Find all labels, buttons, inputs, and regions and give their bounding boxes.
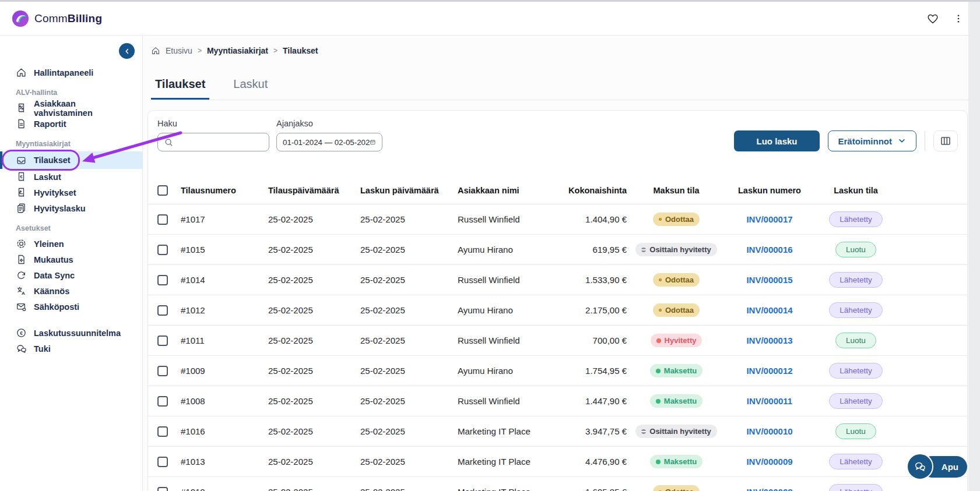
breadcrumb-separator-icon: > [273, 47, 278, 55]
sidebar-item-data-sync[interactable]: Data Sync [0, 267, 142, 283]
payment-status-badge: Odottaa [653, 213, 700, 226]
sidebar-item-hyvitykset[interactable]: Hyvitykset [0, 185, 142, 200]
sidebar-item-yleinen[interactable]: Yleinen [0, 236, 142, 252]
total-amount-cell: 1.754,95 € [563, 366, 627, 376]
table-row[interactable]: #101225-02-202525-02-2025Ayumu Hirano2.1… [148, 295, 967, 325]
customer-name-cell: Russell Winfield [458, 214, 563, 224]
total-amount-cell: 3.947,75 € [563, 426, 627, 436]
select-all-checkbox[interactable] [157, 185, 168, 196]
breadcrumb: Etusivu > Myyntiasiakirjat > Tilaukset [143, 36, 980, 55]
scrollbar-track[interactable] [968, 2, 980, 491]
action-buttons: Luo lasku Erätoiminnot [734, 130, 958, 151]
sidebar-item-raportit[interactable]: Raportit [0, 116, 142, 132]
payment-status-dot-icon [659, 278, 662, 281]
row-checkbox[interactable] [157, 366, 168, 376]
credit-note-icon [16, 203, 27, 214]
customer-name-cell: Ayumu Hirano [458, 305, 563, 315]
tab-laskut[interactable]: Laskut [229, 77, 272, 100]
batch-actions-button[interactable]: Erätoiminnot [828, 130, 917, 151]
row-checkbox[interactable] [157, 457, 168, 467]
sidebar-item-mukautus[interactable]: Mukautus [0, 252, 142, 267]
total-amount-cell: 4.476,90 € [563, 457, 627, 467]
table-row[interactable]: #101025-02-202525-02-2025Marketing IT Pl… [148, 476, 967, 491]
row-checkbox[interactable] [157, 245, 168, 255]
row-checkbox[interactable] [157, 396, 168, 407]
row-checkbox[interactable] [157, 426, 168, 437]
payment-status-label: Hyvitetty [665, 336, 697, 345]
customer-name-cell: Russell Winfield [458, 396, 563, 406]
invoice-number-link[interactable]: INV/000010 [746, 426, 792, 436]
table-row[interactable]: #100825-02-202525-02-2025Russell Winfiel… [148, 386, 967, 416]
breadcrumb-item-myyntiasiakirjat[interactable]: Myyntiasiakirjat [207, 46, 268, 55]
sidebar-section-title-asetukset: Asetukset [0, 216, 142, 236]
table-row[interactable]: #100925-02-202525-02-2025Ayumu Hirano1.7… [148, 355, 967, 386]
invoice-number-cell: INV/000011 [726, 396, 813, 406]
invoice-number-link[interactable]: INV/000014 [746, 305, 792, 315]
row-checkbox[interactable] [157, 305, 168, 316]
sidebar-item-tuki[interactable]: Tuki [0, 341, 142, 356]
sidebar-item-hyvityslasku[interactable]: Hyvityslasku [0, 200, 142, 216]
invoice-euro-icon: € [16, 171, 27, 182]
search-field: Haku [157, 119, 269, 151]
tab-tilaukset[interactable]: Tilaukset [151, 77, 209, 100]
order-number-cell: #1012 [181, 305, 268, 315]
row-checkbox[interactable] [157, 275, 168, 285]
row-checkbox[interactable] [157, 487, 168, 491]
table-row[interactable]: #101325-02-202525-02-2025Marketing IT Pl… [148, 446, 967, 476]
sidebar-item-tilaukset[interactable]: Tilaukset [0, 151, 142, 169]
invoice-number-link[interactable]: INV/000015 [746, 275, 792, 285]
sidebar-item-laskut[interactable]: €Laskut [0, 169, 142, 185]
invoice-status-cell: Luotu [813, 423, 898, 439]
table-row[interactable]: #101425-02-202525-02-2025Russell Winfiel… [148, 264, 967, 295]
table-body: #101725-02-202525-02-2025Russell Winfiel… [148, 204, 967, 491]
invoice-number-link[interactable]: INV/000016 [746, 245, 792, 255]
payment-status-dot-icon [656, 460, 661, 464]
table-row[interactable]: #101725-02-202525-02-2025Russell Winfiel… [148, 204, 967, 234]
table-row[interactable]: #101525-02-202525-02-2025Ayumu Hirano619… [148, 234, 967, 264]
payment-status-dot-icon [656, 399, 661, 404]
sidebar-collapse-button[interactable] [119, 43, 135, 59]
invoice-number-link[interactable]: INV/000012 [746, 366, 792, 376]
favorites-heart-icon[interactable] [926, 12, 939, 25]
create-invoice-button[interactable]: Luo lasku [734, 130, 819, 151]
help-button[interactable]: Apu [907, 453, 968, 481]
sidebar-item-label: Yleinen [34, 239, 64, 249]
sidebar-item-sahkoposti[interactable]: Sähköposti [0, 299, 142, 315]
columns-settings-button[interactable] [933, 130, 958, 151]
payment-status-label: Maksettu [664, 457, 697, 466]
brand: CommBilling [12, 10, 102, 27]
column-header-laskun-paivamaara: Laskun päivämäärä [360, 186, 458, 195]
sidebar: HallintapaneeliALV-hallintaAsiakkaan vah… [0, 36, 143, 491]
invoice-date-cell: 25-02-2025 [360, 457, 458, 467]
payment-status-cell: Maksettu [627, 394, 726, 408]
invoice-number-link[interactable]: INV/000013 [746, 335, 792, 345]
svg-text:A: A [22, 291, 25, 296]
row-checkbox[interactable] [157, 335, 168, 346]
invoice-number-link[interactable]: INV/000009 [746, 457, 792, 467]
sidebar-item-laskutussuunnitelma[interactable]: €Laskutussuunnitelma [0, 325, 142, 341]
payment-status-cell: Odottaa [627, 303, 726, 317]
search-input[interactable] [157, 133, 269, 151]
more-options-kebab-icon[interactable] [953, 13, 964, 24]
invoice-number-link[interactable]: INV/000008 [746, 487, 792, 491]
period-label: Ajanjakso [276, 119, 382, 128]
search-text-input[interactable] [178, 138, 263, 147]
payment-status-label: Osittain hyvitetty [649, 427, 711, 436]
total-amount-cell: 700,00 € [563, 335, 627, 345]
row-checkbox[interactable] [157, 214, 168, 225]
sidebar-item-asiakkaan-vahvistaminen[interactable]: Asiakkaan vahvistaminen [0, 100, 142, 116]
table-row[interactable]: #101125-02-202525-02-2025Russell Winfiel… [148, 325, 967, 355]
breadcrumb-item-etusivu[interactable]: Etusivu [166, 46, 192, 55]
payment-status-label: Maksettu [664, 366, 697, 375]
column-header-laskun-tila: Laskun tila [813, 186, 898, 195]
orders-panel: Haku Ajanjakso 01-01-2024 — 02-05-202 [147, 110, 968, 491]
calendar-icon [370, 137, 376, 147]
invoice-number-link[interactable]: INV/000017 [746, 214, 792, 224]
sidebar-item-kaannos[interactable]: AKäännös [0, 283, 142, 299]
order-number-cell: #1014 [181, 275, 268, 285]
table-row[interactable]: #101625-02-202525-02-2025Marketing IT Pl… [148, 416, 967, 446]
invoice-number-link[interactable]: INV/000011 [747, 396, 792, 406]
customer-name-cell: Marketing IT Place [458, 457, 563, 467]
sidebar-item-hallintapaneeli[interactable]: Hallintapaneeli [0, 65, 142, 80]
date-range-input[interactable]: 01-01-2024 — 02-05-202 [276, 133, 382, 151]
